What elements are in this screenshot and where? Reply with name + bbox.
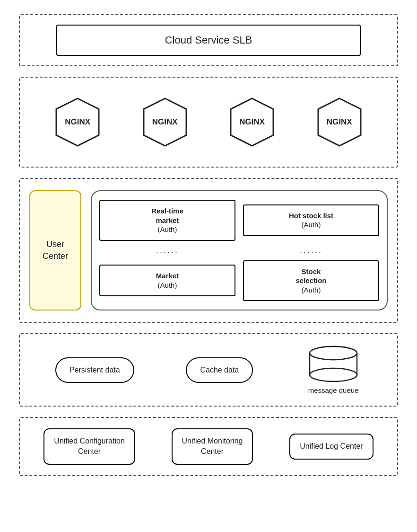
service-realtime-title: Real-timemarket [105, 206, 230, 225]
service-market: Market (Auth) [99, 265, 235, 296]
log-center-label: Unified Log Center [300, 442, 363, 450]
persistent-data-label: Persistent data [70, 366, 120, 374]
service-realtime: Real-timemarket (Auth) [99, 200, 235, 241]
nginx-4: NGINX [306, 89, 373, 155]
slb-label: Cloud Service SLB [165, 34, 252, 46]
services-section: UserCenter Real-timemarket (Auth) Hot st… [19, 178, 398, 323]
persistent-data-box: Persistent data [55, 357, 134, 383]
nginx-label-3: NGINX [239, 117, 265, 127]
service-hotstock: Hot stock list (Auth) [243, 204, 379, 236]
mq-label: message queue [308, 386, 359, 394]
dots-left: ...... [99, 246, 235, 256]
slb-section: Cloud Service SLB [19, 14, 398, 66]
nginx-label-1: NGINX [65, 117, 90, 127]
user-center-box: UserCenter [29, 190, 81, 310]
nginx-1: NGINX [44, 89, 111, 155]
cache-data-box: Cache data [186, 357, 253, 383]
svg-point-8 [310, 346, 357, 360]
service-stock-selection: Stockselection (Auth) [243, 260, 379, 301]
services-grid: Real-timemarket (Auth) Hot stock list (A… [91, 190, 388, 310]
dots-right: ...... [243, 246, 379, 256]
service-hotstock-title: Hot stock list [249, 211, 374, 221]
service-hotstock-sub: (Auth) [302, 221, 321, 229]
nginx-section: NGINX NGINX NGINX NGINX [19, 77, 398, 168]
nginx-label-4: NGINX [327, 117, 352, 127]
svg-point-7 [310, 368, 357, 381]
monitoring-center-label: Unified MonitoringCenter [182, 437, 243, 455]
message-queue-container: message queue [305, 346, 362, 394]
nginx-2: NGINX [132, 89, 198, 155]
service-market-sub: (Auth) [158, 281, 177, 289]
monitoring-center-box: Unified MonitoringCenter [172, 428, 253, 465]
data-section: Persistent data Cache data message queue [19, 333, 398, 407]
config-center-box: Unified ConfigurationCenter [43, 428, 135, 465]
service-market-title: Market [105, 271, 230, 281]
service-stocksel-sub: (Auth) [302, 286, 321, 294]
nginx-3: NGINX [219, 89, 285, 155]
cylinder-icon [305, 346, 362, 383]
config-center-label: Unified ConfigurationCenter [54, 437, 124, 455]
cache-data-label: Cache data [200, 366, 239, 374]
hexagon-shape-4: NGINX [313, 96, 365, 148]
service-realtime-sub: (Auth) [158, 225, 177, 233]
nginx-label-2: NGINX [152, 117, 178, 127]
slb-box: Cloud Service SLB [56, 25, 361, 56]
hexagon-shape-3: NGINX [226, 96, 278, 148]
service-stocksel-title: Stockselection [249, 267, 374, 285]
hexagon-shape-2: NGINX [139, 96, 191, 148]
log-center-box: Unified Log Center [289, 434, 373, 459]
hexagon-shape-1: NGINX [52, 96, 104, 148]
user-center-label: UserCenter [43, 239, 68, 262]
footer-section: Unified ConfigurationCenter Unified Moni… [19, 417, 398, 476]
